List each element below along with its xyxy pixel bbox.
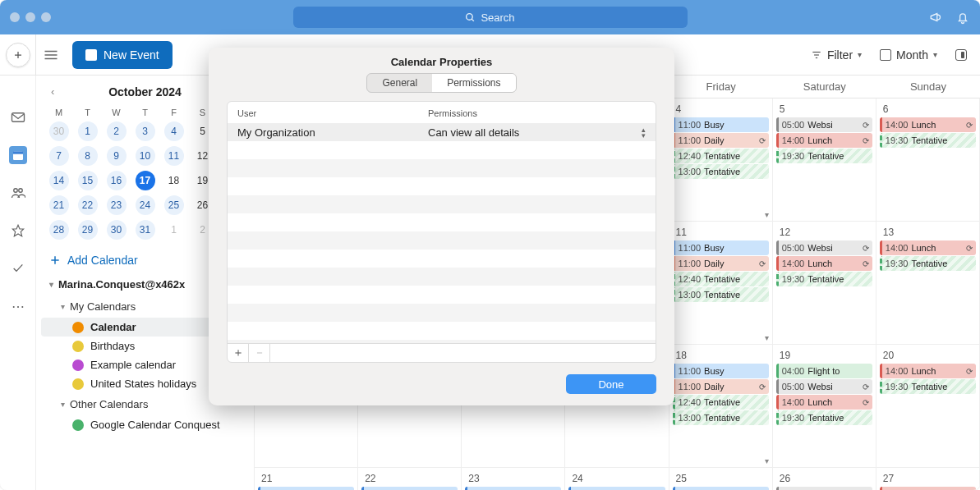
mini-day-cell[interactable]: 17 [131,170,159,191]
event[interactable]: 15:00Lunch⟳ [880,487,976,490]
event[interactable]: 14:00Lunch⟳ [880,364,976,378]
event[interactable]: 05:00Websi⟳ [776,240,872,255]
megaphone-icon[interactable] [929,10,944,25]
day-cell[interactable]: 2605:00Websi⟳14:00Lunch⟳19:30Tentative [773,468,876,490]
filter-button[interactable]: Filter ▾ [806,45,867,65]
event[interactable]: 12:40Tentative [673,149,769,163]
mini-day-cell[interactable]: 24 [131,195,159,216]
event[interactable]: 11:00Busy [361,487,458,490]
more-events-icon[interactable]: ▾ [765,456,769,465]
mini-day-cell[interactable]: 16 [102,170,131,191]
mini-day-cell[interactable]: 8 [73,145,102,167]
prev-month[interactable]: ‹ [46,82,59,101]
done-button[interactable]: Done [566,374,656,394]
calendar-item[interactable]: Google Calendar Conquest [36,415,254,434]
more-events-icon[interactable]: ▾ [765,333,769,342]
tab-permissions[interactable]: Permissions [432,74,515,92]
mini-day-cell[interactable]: 14 [44,170,73,191]
mini-day-cell[interactable]: 10 [131,145,159,167]
day-cell[interactable]: 2111:00Busy11:00Daily⟳11:30Lunch⟳ [255,468,358,490]
event[interactable]: 19:30Tentative [880,379,976,394]
event[interactable]: 13:00Tentative [673,410,769,425]
rail-star[interactable] [9,222,27,240]
day-cell[interactable]: 614:00Lunch⟳19:30Tentative [876,98,980,222]
event[interactable]: 19:30Tentative [776,149,872,163]
event[interactable]: 19:30Tentative [880,256,976,271]
day-cell[interactable]: 2014:00Lunch⟳19:30Tentative [876,345,980,468]
mini-day-cell[interactable]: 22 [73,195,102,216]
add-permission-button[interactable]: ＋ [228,344,249,362]
event[interactable]: 14:00Lunch⟳ [776,133,872,148]
event[interactable]: 14:00Lunch⟳ [776,395,872,410]
bell-icon[interactable] [955,10,970,25]
mini-day-cell[interactable]: 9 [102,145,131,167]
day-cell[interactable]: 2311:00Busy11:00Daily⟳12:00Lunch⟳ [462,468,565,490]
rail-calendar[interactable] [9,146,27,164]
traffic-min-icon[interactable] [25,12,35,22]
traffic-close-icon[interactable] [10,12,20,22]
event[interactable]: 11:00Daily⟳ [673,379,769,394]
mini-day-cell[interactable]: 23 [102,195,131,216]
day-cell[interactable]: 1904:00Flight to05:00Websi⟳14:00Lunch⟳19… [773,345,876,468]
rail-more[interactable]: ⋯ [9,297,27,315]
mini-day-cell[interactable]: 3 [131,121,159,142]
mini-day-cell[interactable]: 7 [44,145,73,167]
day-cell[interactable]: 411:00Busy11:00Daily⟳12:40Tentative13:00… [669,98,773,222]
rail-people[interactable] [9,184,27,202]
day-cell[interactable]: 505:00Websi⟳14:00Lunch⟳19:30Tentative [773,98,876,222]
event[interactable]: 11:00Busy [673,117,769,132]
rail-tasks[interactable] [9,259,27,277]
event[interactable]: 11:00Busy [673,364,769,378]
updown-icon[interactable]: ▴▾ [642,127,646,139]
mini-day-cell[interactable]: 29 [73,219,102,240]
new-event-button[interactable]: New Event [72,41,173,69]
remove-permission-button[interactable]: － [249,344,270,362]
event[interactable]: 11:00Busy [258,487,354,490]
day-cell[interactable]: 2411:00Busy11:00Daily⟳12:00Lunch⟳ [565,468,669,490]
mini-day-cell[interactable]: 1 [159,219,188,240]
search-input[interactable]: Search [293,7,688,28]
event[interactable]: 13:00Tentative [673,287,769,302]
event[interactable]: 19:30Tentative [776,410,872,425]
event[interactable]: 19:30Tentative [880,133,976,148]
traffic-max-icon[interactable] [41,12,51,22]
event[interactable]: 05:00Websi⟳ [776,117,872,132]
compose-button[interactable] [6,43,30,67]
mini-day-cell[interactable]: 1 [73,121,102,142]
day-cell[interactable]: 1205:00Websi⟳14:00Lunch⟳19:30Tentative [773,222,876,345]
mini-day-cell[interactable]: 2 [102,121,131,142]
window-controls[interactable] [10,12,51,22]
view-switcher[interactable]: Month ▾ [875,45,942,65]
mini-day-cell[interactable]: 30 [44,121,73,142]
mini-day-cell[interactable]: 15 [73,170,102,191]
tab-general[interactable]: General [367,74,432,92]
event[interactable]: 11:00Busy [465,487,561,490]
mini-day-cell[interactable]: 28 [44,219,73,240]
day-cell[interactable]: 1314:00Lunch⟳19:30Tentative [876,222,980,345]
rail-mail[interactable] [9,108,27,126]
more-events-icon[interactable]: ▾ [765,210,769,219]
event[interactable]: 11:00Daily⟳ [673,256,769,271]
event[interactable]: 11:00Busy [673,487,769,490]
mini-day-cell[interactable]: 25 [159,195,188,216]
day-cell[interactable]: 1811:00Busy11:00Daily⟳12:40Tentative13:0… [669,345,773,468]
day-cell[interactable]: 2715:00Lunch⟳19:30Tentative [876,468,980,490]
event[interactable]: 12:40Tentative [673,272,769,286]
event[interactable]: 05:00Websi⟳ [776,379,872,394]
event[interactable]: 14:00Lunch⟳ [880,117,976,132]
day-cell[interactable]: 1111:00Busy11:00Daily⟳12:40Tentative13:0… [669,222,773,345]
mini-day-cell[interactable]: 21 [44,195,73,216]
event[interactable]: 14:00Lunch⟳ [880,240,976,255]
event[interactable]: 11:00Busy [568,487,665,490]
event[interactable]: 11:00Daily⟳ [673,133,769,148]
event[interactable]: 11:00Busy [673,240,769,255]
mini-day-cell[interactable]: 30 [102,219,131,240]
sidebar-toggle[interactable] [36,49,66,61]
mini-day-cell[interactable]: 4 [159,121,188,142]
event[interactable]: 04:00Flight to [776,364,872,378]
panel-toggle[interactable] [950,46,972,64]
mini-day-cell[interactable]: 31 [131,219,159,240]
event[interactable]: 19:30Tentative [776,272,872,286]
day-cell[interactable]: 2211:00Busy11:00Daily⟳12:00Lunch⟳ [358,468,462,490]
event[interactable]: 05:00Websi⟳ [776,487,872,490]
